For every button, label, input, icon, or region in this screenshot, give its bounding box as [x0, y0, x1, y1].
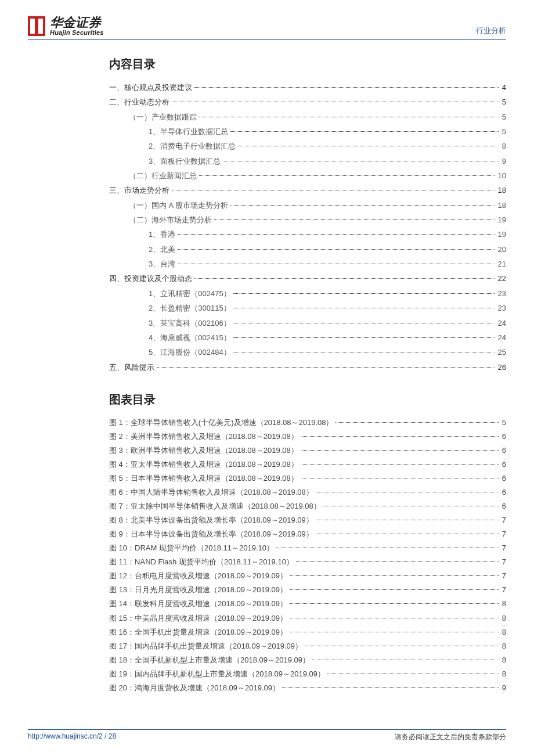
toc-page: 10	[497, 168, 506, 183]
toc-page: 5	[501, 95, 506, 109]
leader-dots	[194, 278, 495, 279]
figure-label: 图 2：美洲半导体销售收入及增速（2018.08～2019.08）	[109, 430, 298, 444]
toc-entry[interactable]: 3、莱宝高科（002106）24	[109, 316, 506, 330]
figure-entry[interactable]: 图 20：鸿海月度营收及增速（2018.09～2019.09）9	[109, 681, 506, 695]
toc-page: 24	[497, 316, 506, 330]
figure-label: 图 11：NAND Flash 现货平均价（2018.11～2019.10）	[109, 555, 294, 569]
leader-dots	[301, 478, 499, 478]
figure-entry[interactable]: 图 7：亚太除中国半导体销售收入及增速（2018.08～2019.08）6	[109, 499, 506, 513]
figure-entry[interactable]: 图 4：亚太半导体销售收入及增速（2018.08～2019.08）6	[109, 458, 506, 471]
figure-page: 8	[501, 611, 506, 625]
figure-entry[interactable]: 图 9：日本半导体设备出货额及增长率（2018.09～2019.09）7	[109, 527, 506, 541]
figure-entry[interactable]: 图 14：联发科月度营收及增速（2018.09～2019.09）8	[109, 597, 506, 611]
figure-label: 图 14：联发科月度营收及增速（2018.09～2019.09）	[109, 597, 287, 611]
figure-page: 8	[501, 625, 506, 639]
figure-page: 7	[501, 555, 506, 569]
toc-label: 3、台湾	[149, 257, 175, 271]
figure-entry[interactable]: 图 19：国内品牌手机新机型上市量及增速（2018.09～2019.09）8	[109, 667, 506, 681]
toc-label: 三、市场走势分析	[109, 183, 169, 197]
leader-dots	[178, 234, 494, 235]
toc-label: 1、半导体行业数据汇总	[149, 124, 228, 139]
figure-entry[interactable]: 图 1：全球半导体销售收入(十亿美元)及增速（2018.08～2019.08）5	[109, 416, 506, 430]
figure-page: 6	[501, 444, 506, 458]
toc-page: 4	[501, 80, 506, 95]
toc-entry[interactable]: 5、江海股份（002484）25	[109, 345, 506, 359]
figure-label: 图 12：台积电月度营收及增速（2018.09～2019.09）	[109, 569, 287, 583]
toc-entry[interactable]: 2、消费电子行业数据汇总8	[109, 139, 506, 153]
figure-entry[interactable]: 图 16：全国手机出货量及增速（2018.09～2019.09）8	[109, 625, 506, 639]
toc-entry[interactable]: 4、海康威视（002415）24	[109, 330, 506, 345]
toc-entry[interactable]: （一）产业数据跟踪5	[109, 110, 506, 124]
figure-entry[interactable]: 图 18：全国手机新机型上市量及增速（2018.09～2019.09）8	[109, 653, 506, 667]
figure-entry[interactable]: 图 10：DRAM 现货平均价（2018.11～2019.10）7	[109, 541, 506, 555]
leader-dots	[233, 323, 495, 323]
toc-entry[interactable]: 二、行业动态分析5	[109, 95, 506, 109]
figure-entry[interactable]: 图 13：日月光月度营收及增速（2018.09～2019.09）7	[109, 583, 506, 597]
leader-dots	[230, 131, 499, 132]
toc-label: 四、投资建议及个股动态	[109, 271, 192, 286]
toc-page: 19	[497, 227, 506, 242]
toc-label: （一）产业数据跟踪	[129, 110, 197, 124]
toc-entry[interactable]: 2、长盈精密（300115）23	[109, 301, 506, 315]
figure-entry[interactable]: 图 11：NAND Flash 现货平均价（2018.11～2019.10）7	[109, 555, 506, 569]
toc-entry[interactable]: （一）国内 A 股市场走势分析18	[109, 198, 506, 213]
figures-heading: 图表目录	[109, 392, 506, 408]
figure-entry[interactable]: 图 15：中美晶月度营收及增速（2018.09～2019.09）8	[109, 611, 506, 625]
leader-dots	[223, 161, 499, 161]
toc-entry[interactable]: 3、台湾21	[109, 257, 506, 271]
figure-entry[interactable]: 图 3：欧洲半导体销售收入及增速（2018.08～2019.08）6	[109, 444, 506, 458]
figure-entry[interactable]: 图 17：国内品牌手机出货量及增速（2018.09～2019.09）8	[109, 639, 506, 653]
figure-label: 图 5：日本半导体销售收入及增速（2018.08～2019.08）	[109, 471, 298, 485]
toc-entry[interactable]: （二）海外市场走势分析19	[109, 213, 506, 227]
figure-page: 8	[501, 667, 506, 681]
toc-entry[interactable]: 一、核心观点及投资建议4	[109, 80, 506, 95]
toc-entry[interactable]: 2、北美20	[109, 242, 506, 257]
figures-list: 图 1：全球半导体销售收入(十亿美元)及增速（2018.08～2019.08）5…	[109, 416, 506, 695]
brand-logo: 华金证券 Huajin Securities	[28, 16, 104, 36]
toc-label: 五、风险提示	[109, 360, 154, 375]
leader-dots	[214, 219, 495, 220]
figure-page: 7	[501, 583, 506, 597]
toc-page: 5	[501, 110, 506, 124]
leader-dots	[233, 352, 495, 352]
figure-entry[interactable]: 图 2：美洲半导体销售收入及增速（2018.08～2019.08）6	[109, 430, 506, 444]
toc-label: 2、北美	[149, 242, 175, 257]
figure-label: 图 7：亚太除中国半导体销售收入及增速（2018.08～2019.08）	[109, 499, 321, 513]
toc-page: 5	[501, 124, 506, 139]
leader-dots	[233, 337, 495, 338]
table-of-contents: 一、核心观点及投资建议4二、行业动态分析5（一）产业数据跟踪51、半导体行业数据…	[109, 80, 506, 375]
leader-dots	[290, 589, 499, 590]
leader-dots	[230, 205, 494, 206]
toc-entry[interactable]: 1、香港19	[109, 227, 506, 242]
figure-label: 图 19：国内品牌手机新机型上市量及增速（2018.09～2019.09）	[109, 667, 325, 681]
leader-dots	[316, 520, 499, 520]
toc-entry[interactable]: （二）行业新闻汇总10	[109, 168, 506, 183]
toc-entry[interactable]: 四、投资建议及个股动态22	[109, 271, 506, 286]
toc-entry[interactable]: 1、半导体行业数据汇总5	[109, 124, 506, 139]
figure-label: 图 15：中美晶月度营收及增速（2018.09～2019.09）	[109, 611, 287, 625]
figure-page: 5	[501, 416, 506, 430]
figure-page: 8	[501, 639, 506, 653]
figure-label: 图 6：中国大陆半导体销售收入及增速（2018.08～2019.08）	[109, 485, 313, 499]
toc-label: （二）行业新闻汇总	[129, 168, 197, 183]
leader-dots	[194, 87, 499, 88]
figure-label: 图 17：国内品牌手机出货量及增速（2018.09～2019.09）	[109, 639, 302, 653]
leader-dots	[157, 367, 495, 368]
figure-page: 6	[501, 485, 506, 499]
figure-label: 图 13：日月光月度营收及增速（2018.09～2019.09）	[109, 583, 287, 597]
toc-entry[interactable]: 3、面板行业数据汇总9	[109, 154, 506, 168]
figure-entry[interactable]: 图 5：日本半导体销售收入及增速（2018.08～2019.08）6	[109, 471, 506, 485]
figure-entry[interactable]: 图 8：北美半导体设备出货额及增长率（2018.09～2019.09）7	[109, 513, 506, 527]
toc-page: 25	[497, 345, 506, 359]
toc-page: 20	[497, 242, 506, 257]
leader-dots	[305, 646, 499, 646]
figure-entry[interactable]: 图 12：台积电月度营收及增速（2018.09～2019.09）7	[109, 569, 506, 583]
toc-entry[interactable]: 三、市场走势分析18	[109, 183, 506, 197]
toc-entry[interactable]: 1、立讯精密（002475）23	[109, 286, 506, 301]
toc-label: 3、莱宝高科（002106）	[149, 316, 231, 330]
figure-entry[interactable]: 图 6：中国大陆半导体销售收入及增速（2018.08～2019.08）6	[109, 485, 506, 499]
figure-page: 7	[501, 513, 506, 527]
leader-dots	[172, 190, 495, 190]
toc-entry[interactable]: 五、风险提示26	[109, 360, 506, 375]
toc-label: 2、消费电子行业数据汇总	[149, 139, 236, 153]
